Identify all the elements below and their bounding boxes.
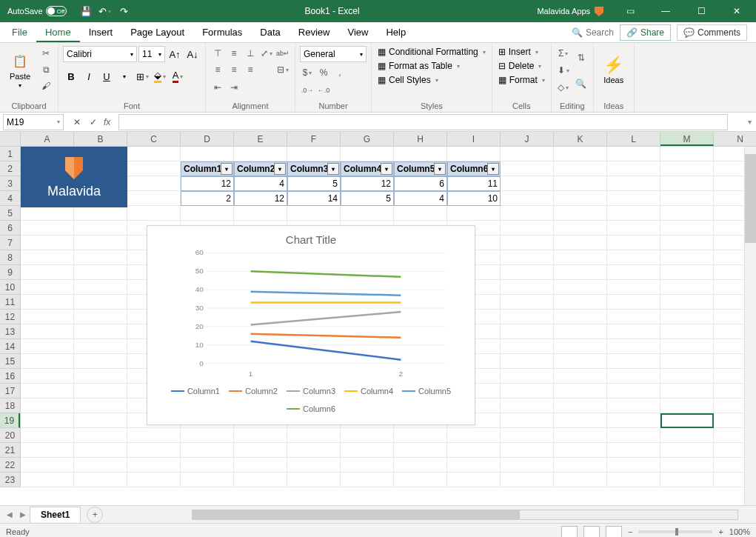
cell[interactable] [607, 236, 660, 250]
cell[interactable] [181, 428, 234, 443]
column-header[interactable]: D [181, 132, 234, 146]
undo-icon[interactable]: ↶ [96, 2, 114, 20]
filter-dropdown-icon[interactable]: ▾ [274, 163, 286, 175]
column-header[interactable]: E [234, 132, 287, 146]
cell[interactable] [607, 458, 660, 473]
paste-button[interactable]: 📋 Paste ▾ [4, 46, 36, 95]
chart-object[interactable]: Chart Title 010203040506012 Column1Colum… [147, 225, 475, 425]
cell[interactable] [447, 443, 501, 458]
cut-icon[interactable]: ✂ [39, 46, 53, 61]
cell[interactable] [501, 221, 554, 236]
cell[interactable] [21, 354, 74, 369]
cell[interactable] [74, 339, 127, 354]
column-header[interactable]: H [394, 132, 447, 146]
cell[interactable] [447, 206, 501, 221]
cell[interactable]: 11 [447, 176, 501, 191]
align-right-icon[interactable]: ≡ [243, 62, 258, 77]
cell[interactable]: 6 [394, 176, 447, 191]
cell[interactable] [234, 428, 287, 443]
zoom-in-icon[interactable]: + [718, 527, 723, 536]
cell[interactable] [447, 147, 501, 161]
ribbon-display-icon[interactable]: ▭ [614, 0, 646, 22]
cell[interactable] [21, 339, 74, 354]
orientation-icon[interactable]: ⤢ [259, 46, 274, 61]
cell[interactable] [447, 428, 501, 443]
row-header[interactable]: 9 [0, 265, 20, 280]
delete-cells-button[interactable]: ⊟Delete [497, 60, 546, 72]
cell[interactable] [660, 147, 714, 161]
cell[interactable] [501, 384, 554, 398]
cell[interactable] [74, 280, 127, 295]
cell[interactable] [127, 161, 181, 176]
cell[interactable] [501, 176, 554, 191]
column-header[interactable]: G [341, 132, 394, 146]
column-header[interactable]: I [447, 132, 501, 146]
cell[interactable]: Column5▾ [394, 161, 447, 176]
cell[interactable] [660, 324, 714, 339]
select-all-corner[interactable] [0, 132, 21, 147]
cell[interactable] [554, 176, 607, 191]
cell[interactable] [501, 369, 554, 384]
underline-button[interactable]: U [98, 68, 115, 84]
sheet-tab-active[interactable]: Sheet1 [30, 507, 81, 522]
row-header[interactable]: 17 [0, 384, 20, 398]
cell[interactable] [660, 250, 714, 265]
row-header[interactable]: 4 [0, 191, 20, 206]
cell[interactable] [554, 473, 607, 487]
cell[interactable] [287, 458, 341, 473]
cell[interactable] [501, 236, 554, 250]
cell[interactable] [127, 176, 181, 191]
cell[interactable] [287, 147, 341, 161]
align-top-icon[interactable]: ⊤ [210, 46, 225, 61]
zoom-slider[interactable] [638, 530, 712, 533]
cell[interactable] [21, 206, 74, 221]
cell[interactable] [501, 295, 554, 310]
cell[interactable] [21, 310, 74, 324]
cell[interactable] [74, 413, 127, 428]
cell[interactable] [341, 443, 394, 458]
cell[interactable] [607, 176, 660, 191]
cell[interactable] [127, 458, 181, 473]
formula-input[interactable] [118, 114, 728, 130]
cell[interactable]: 4 [234, 176, 287, 191]
cell[interactable] [21, 458, 74, 473]
merge-icon[interactable]: ⊟ [275, 62, 290, 77]
cell[interactable] [21, 473, 74, 487]
column-header[interactable]: B [74, 132, 127, 146]
row-header[interactable]: 19 [0, 413, 20, 428]
align-middle-icon[interactable]: ≡ [227, 46, 241, 61]
close-icon[interactable]: ✕ [720, 0, 753, 22]
cell[interactable] [660, 206, 714, 221]
cell[interactable]: Column3▾ [287, 161, 341, 176]
cell[interactable] [181, 473, 234, 487]
cell[interactable] [74, 250, 127, 265]
cell[interactable] [127, 428, 181, 443]
cell[interactable] [501, 250, 554, 265]
zoom-level[interactable]: 100% [729, 527, 750, 536]
column-header[interactable]: L [607, 132, 660, 146]
filter-dropdown-icon[interactable]: ▾ [221, 163, 233, 175]
cell[interactable] [660, 369, 714, 384]
increase-font-icon[interactable]: A↑ [167, 46, 183, 62]
filter-dropdown-icon[interactable]: ▾ [487, 163, 499, 175]
format-as-table-button[interactable]: ▦Format as Table [376, 60, 487, 72]
cell[interactable] [501, 191, 554, 206]
cell[interactable] [447, 458, 501, 473]
sheet-nav-next[interactable]: ▶ [16, 510, 30, 518]
cell[interactable] [394, 147, 447, 161]
tab-file[interactable]: File [3, 22, 36, 42]
cell[interactable] [74, 324, 127, 339]
cell[interactable] [607, 398, 660, 413]
font-size-select[interactable]: 11▾ [138, 46, 165, 62]
cell[interactable] [74, 221, 127, 236]
percent-icon[interactable]: % [316, 65, 331, 80]
cell[interactable] [21, 265, 74, 280]
cell[interactable] [74, 473, 127, 487]
cell[interactable] [127, 206, 181, 221]
row-header[interactable]: 23 [0, 473, 20, 487]
row-header[interactable]: 11 [0, 295, 20, 310]
row-header[interactable]: 21 [0, 443, 20, 458]
cell[interactable] [74, 369, 127, 384]
cell[interactable] [501, 339, 554, 354]
align-center-icon[interactable]: ≡ [227, 62, 241, 77]
